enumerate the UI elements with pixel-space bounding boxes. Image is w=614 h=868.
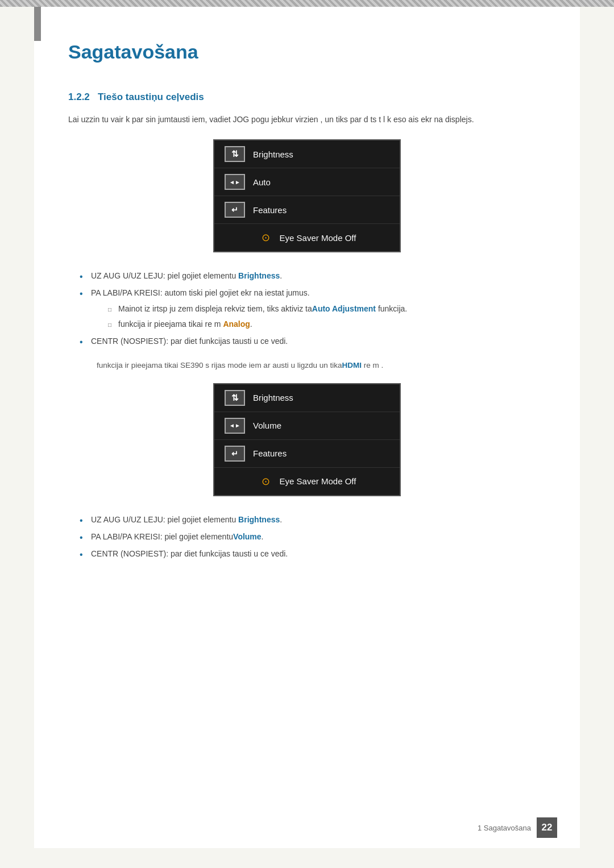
osd-menu-2: Brightness Volume Features ⊙ Eye Saver M… xyxy=(213,383,401,496)
osd-menu-1: Brightness Auto Features ⊙ Eye Saver Mod… xyxy=(213,139,401,252)
bullet-1-text-before: UZ AUG U/UZ LEJU: piel gojiet elementu xyxy=(91,271,238,280)
bullet-3-text: CENTR (NOSPIEST): par diet funkcijas tau… xyxy=(91,337,288,346)
footer-text: 1 Sagatavošana xyxy=(478,824,531,832)
bullet2-item-3: CENTR (NOSPIEST): par diet funkcijas tau… xyxy=(80,547,546,561)
enter-icon-1 xyxy=(225,202,245,218)
page-footer: 1 Sagatavošana 22 xyxy=(478,817,557,838)
page-container: Sagatavošana 1.2.2 Tiešo taustiņu ceļved… xyxy=(34,7,580,848)
osd-row-eye-2: ⊙ Eye Saver Mode Off xyxy=(214,468,400,495)
bullet-1-highlight: Brightness xyxy=(238,271,280,280)
bullet-item-2: PA LABI/PA KREISI: autom tiski piel goji… xyxy=(80,286,546,331)
enter-icon-2 xyxy=(225,446,245,462)
section-heading: 1.2.2 Tiešo taustiņu ceļvedis xyxy=(68,92,546,103)
sub-1-after: funkcija. xyxy=(376,304,407,313)
sub-item-1: Mainot iz irtsp ju zem displeja rekviz t… xyxy=(108,302,546,316)
osd-row-eye-1: ⊙ Eye Saver Mode Off xyxy=(214,224,400,251)
eye-saver-icon-1: ⊙ xyxy=(258,230,274,246)
section-title: Tiešo taustiņu ceļvedis xyxy=(98,92,204,102)
section-block: 1.2.2 Tiešo taustiņu ceļvedis Lai uzzin … xyxy=(68,92,546,560)
osd-row-brightness-2: Brightness xyxy=(214,384,400,412)
bullet2-2-highlight: Volume xyxy=(233,532,262,541)
sub-2-after: . xyxy=(250,319,252,329)
left-accent xyxy=(34,7,41,41)
sub-1-highlight: Auto Adjustment xyxy=(312,304,376,313)
bullet2-3-text: CENTR (NOSPIEST): par diet funkcijas tau… xyxy=(91,549,288,558)
osd-label-brightness-2: Brightness xyxy=(253,393,293,402)
osd-row-volume-2: Volume xyxy=(214,412,400,440)
sub-item-2: funkcija ir pieejama tikai re m Analog. xyxy=(108,318,546,331)
sub-2-before: funkcija ir pieejama tikai re m xyxy=(118,319,223,329)
page-title: Sagatavošana xyxy=(68,30,546,63)
hdmi-highlight: HDMI xyxy=(342,361,362,369)
left-right-icon-2 xyxy=(225,418,245,434)
bullet2-item-2: PA LABI/PA KREISI: piel gojiet elementuV… xyxy=(80,530,546,544)
footer-number: 22 xyxy=(537,817,557,838)
eye-saver-icon-2: ⊙ xyxy=(258,474,274,489)
note-text-1: funkcija ir pieejama tikai SE390 s rijas… xyxy=(97,359,546,372)
bullet2-2-before: PA LABI/PA KREISI: piel gojiet elementu xyxy=(91,532,233,541)
bullet2-2-after: . xyxy=(262,532,264,541)
bullet2-item-1: UZ AUG U/UZ LEJU: piel gojiet elementu B… xyxy=(80,513,546,527)
intro-text: Lai uzzin tu vair k par sin jumtausti ie… xyxy=(68,113,546,126)
osd-row-features-2: Features xyxy=(214,440,400,468)
osd-label-auto-1: Auto xyxy=(253,177,271,187)
sub-1-before: Mainot iz irtsp ju zem displeja rekviz t… xyxy=(118,304,312,313)
osd-label-volume-2: Volume xyxy=(253,421,281,430)
bullet-1-text-after: . xyxy=(280,271,282,280)
bullet-item-3: CENTR (NOSPIEST): par diet funkcijas tau… xyxy=(80,335,546,348)
up-down-icon-1 xyxy=(225,146,245,162)
bullet-item-1: UZ AUG U/UZ LEJU: piel gojiet elementu B… xyxy=(80,269,546,283)
top-decorative-bar xyxy=(0,0,614,7)
eye-saver-label-1: Eye Saver Mode Off xyxy=(280,233,356,243)
section-number: 1.2.2 xyxy=(68,92,90,102)
bullet2-1-highlight: Brightness xyxy=(238,515,280,524)
osd-row-auto-1: Auto xyxy=(214,168,400,196)
bullet-2-text: PA LABI/PA KREISI: autom tiski piel goji… xyxy=(91,288,310,297)
osd-label-features-1: Features xyxy=(253,205,287,215)
osd-row-features-1: Features xyxy=(214,196,400,224)
bullet-list-1: UZ AUG U/UZ LEJU: piel gojiet elementu B… xyxy=(68,269,546,348)
sub-2-highlight: Analog xyxy=(223,319,250,329)
osd-label-brightness-1: Brightness xyxy=(253,149,293,159)
up-down-icon-2 xyxy=(225,390,245,406)
osd-row-brightness-1: Brightness xyxy=(214,140,400,168)
bullet-list-2: UZ AUG U/UZ LEJU: piel gojiet elementu B… xyxy=(68,513,546,560)
sub-list-1: Mainot iz irtsp ju zem displeja rekviz t… xyxy=(91,302,546,331)
osd-label-features-2: Features xyxy=(253,448,287,458)
left-right-icon-1 xyxy=(225,174,245,190)
bullet2-1-after: . xyxy=(280,515,282,524)
bullet2-1-before: UZ AUG U/UZ LEJU: piel gojiet elementu xyxy=(91,515,238,524)
eye-saver-label-2: Eye Saver Mode Off xyxy=(280,476,356,486)
